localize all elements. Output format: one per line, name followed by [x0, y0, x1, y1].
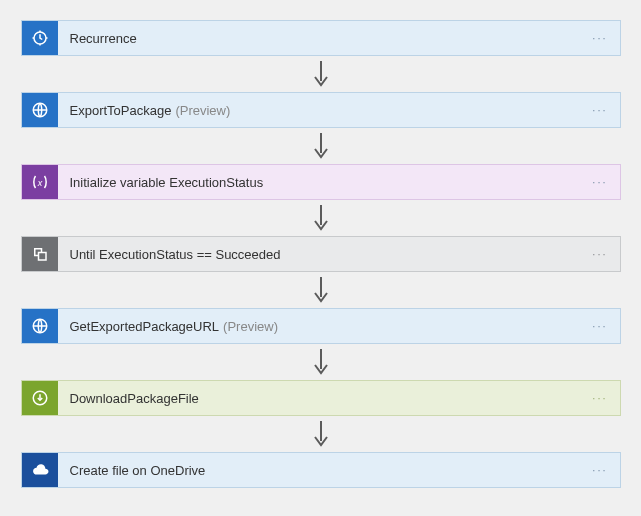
- step-label: DownloadPackageFile: [58, 391, 581, 406]
- svg-rect-6: [38, 253, 46, 261]
- preview-badge: (Preview): [223, 319, 278, 334]
- arrow-down-icon: [311, 416, 331, 452]
- step-label: Create file on OneDrive: [58, 463, 581, 478]
- step-label: Initialize variable ExecutionStatus: [58, 175, 581, 190]
- more-menu-icon[interactable]: ···: [580, 104, 619, 116]
- flow-step[interactable]: Until ExecutionStatus == Succeeded···: [21, 236, 621, 272]
- preview-badge: (Preview): [175, 103, 230, 118]
- variable-icon: x: [22, 165, 58, 199]
- flow-step[interactable]: GetExportedPackageURL(Preview)···: [21, 308, 621, 344]
- clock-icon: [22, 21, 58, 55]
- flow-diagram: Recurrence···ExportToPackage(Preview)···…: [0, 20, 641, 488]
- step-label: ExportToPackage(Preview): [58, 103, 581, 118]
- globe-icon: [22, 93, 58, 127]
- more-menu-icon[interactable]: ···: [580, 464, 619, 476]
- step-title: Recurrence: [70, 31, 137, 46]
- arrow-down-icon: [311, 200, 331, 236]
- step-label: Until ExecutionStatus == Succeeded: [58, 247, 581, 262]
- step-title: Initialize variable ExecutionStatus: [70, 175, 264, 190]
- flow-step[interactable]: ExportToPackage(Preview)···: [21, 92, 621, 128]
- globe-icon: [22, 309, 58, 343]
- flow-step[interactable]: Recurrence···: [21, 20, 621, 56]
- step-title: DownloadPackageFile: [70, 391, 199, 406]
- flow-step[interactable]: xInitialize variable ExecutionStatus···: [21, 164, 621, 200]
- step-label: Recurrence: [58, 31, 581, 46]
- flow-step[interactable]: DownloadPackageFile···: [21, 380, 621, 416]
- step-title: GetExportedPackageURL: [70, 319, 220, 334]
- arrow-down-icon: [311, 128, 331, 164]
- step-label: GetExportedPackageURL(Preview): [58, 319, 581, 334]
- arrow-down-icon: [311, 344, 331, 380]
- more-menu-icon[interactable]: ···: [580, 248, 619, 260]
- cloud-icon: [22, 453, 58, 487]
- step-title: ExportToPackage: [70, 103, 172, 118]
- loop-icon: [22, 237, 58, 271]
- more-menu-icon[interactable]: ···: [580, 392, 619, 404]
- step-title: Create file on OneDrive: [70, 463, 206, 478]
- arrow-down-icon: [311, 56, 331, 92]
- flow-step[interactable]: Create file on OneDrive···: [21, 452, 621, 488]
- download-icon: [22, 381, 58, 415]
- more-menu-icon[interactable]: ···: [580, 320, 619, 332]
- more-menu-icon[interactable]: ···: [580, 176, 619, 188]
- arrow-down-icon: [311, 272, 331, 308]
- more-menu-icon[interactable]: ···: [580, 32, 619, 44]
- step-title: Until ExecutionStatus == Succeeded: [70, 247, 281, 262]
- svg-text:x: x: [36, 178, 42, 188]
